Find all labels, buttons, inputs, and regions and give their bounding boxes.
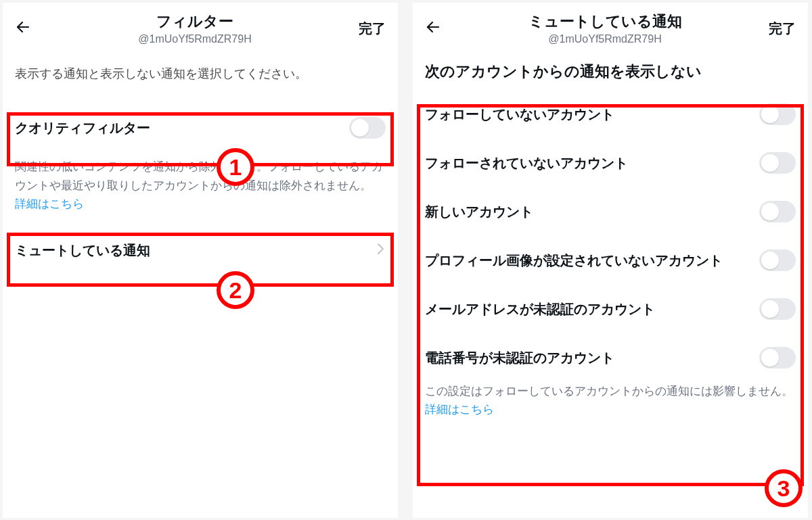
mute-item-row: 新しいアカウント (413, 187, 808, 236)
mute-toggle[interactable] (759, 298, 796, 320)
page-subtitle: @1mUoYf5RmdZR79H (441, 33, 769, 45)
mute-item-label: フォローしていないアカウント (425, 105, 621, 124)
mute-footer-help: この設定はフォローしているアカウントからの通知には影響しません。 詳細はこちら (413, 382, 808, 428)
mute-item-row: メールアドレスが未認証のアカウント (413, 285, 808, 333)
mute-item-row: プロフィール画像が設定されていないアカウント (413, 236, 808, 285)
back-arrow-icon[interactable] (15, 19, 31, 39)
back-arrow-icon[interactable] (425, 19, 441, 39)
mute-toggle[interactable] (759, 347, 796, 369)
section-heading: 次のアカウントからの通知を表示しない (413, 52, 808, 90)
mute-item-label: 電話番号が未認証のアカウント (425, 348, 621, 367)
muted-label: ミュートしている通知 (15, 241, 150, 260)
quality-filter-toggle[interactable] (349, 117, 386, 139)
title-block: フィルター @1mUoYf5RmdZR79H (31, 12, 359, 45)
mute-toggle[interactable] (759, 250, 796, 271)
mute-item-label: フォローされていないアカウント (425, 153, 635, 172)
header: フィルター @1mUoYf5RmdZR79H 完了 (3, 3, 398, 52)
mute-item-label: 新しいアカウント (425, 202, 540, 221)
muted-notifications-row[interactable]: ミュートしている通知 (3, 222, 398, 279)
learn-more-link[interactable]: 詳細はこちら (425, 403, 494, 415)
filter-screen: フィルター @1mUoYf5RmdZR79H 完了 表示する通知と表示しない通知… (3, 3, 398, 518)
mute-item-label: メールアドレスが未認証のアカウント (425, 300, 662, 318)
page-title: フィルター (31, 12, 359, 32)
quality-help-text: 関連性の低いコンテンツを通知から除外します。フォローしているアカウントや最近やり… (15, 160, 383, 191)
title-block: ミュートしている通知 @1mUoYf5RmdZR79H (441, 12, 769, 45)
muted-screen: ミュートしている通知 @1mUoYf5RmdZR79H 完了 次のアカウントから… (413, 3, 808, 518)
mute-item-label: プロフィール画像が設定されていないアカウント (425, 251, 729, 270)
annotation-badge-3: 3 (765, 469, 803, 507)
quality-filter-label: クオリティフィルター (15, 119, 150, 137)
page-title: ミュートしている通知 (441, 12, 769, 32)
mute-item-row: 電話番号が未認証のアカウント (413, 333, 808, 382)
description-text: 表示する通知と表示しない通知を選択してください。 (3, 52, 398, 99)
mute-item-row: フォローしていないアカウント (413, 90, 808, 139)
quality-filter-row: クオリティフィルター (3, 98, 398, 158)
page-subtitle: @1mUoYf5RmdZR79H (31, 33, 359, 45)
quality-filter-help: 関連性の低いコンテンツを通知から除外します。フォローしているアカウントや最近やり… (3, 158, 398, 222)
mute-footer-text: この設定はフォローしているアカウントからの通知には影響しません。 (425, 385, 793, 397)
chevron-right-icon (376, 242, 386, 260)
done-button[interactable]: 完了 (769, 20, 796, 38)
learn-more-link[interactable]: 詳細はこちら (15, 197, 84, 210)
mute-toggle[interactable] (759, 152, 796, 174)
mute-item-row: フォローされていないアカウント (413, 139, 808, 187)
done-button[interactable]: 完了 (359, 20, 386, 38)
mute-toggle[interactable] (759, 201, 796, 222)
header: ミュートしている通知 @1mUoYf5RmdZR79H 完了 (413, 3, 808, 52)
mute-toggle[interactable] (759, 103, 796, 125)
